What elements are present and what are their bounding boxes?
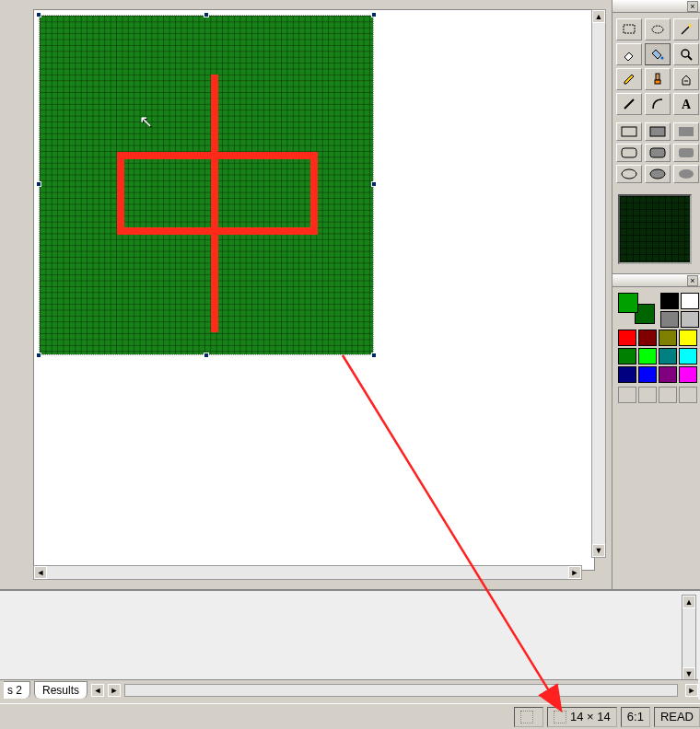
color-swatch[interactable] (618, 366, 636, 383)
clone-icon[interactable] (673, 68, 699, 90)
svg-line-10 (688, 56, 692, 60)
scroll-down-icon[interactable]: ▼ (592, 544, 605, 557)
palette-panel-header: × (612, 274, 700, 287)
resize-handle-bl[interactable] (36, 353, 41, 358)
resize-handle-tr[interactable] (371, 12, 377, 17)
roundrect-filled-icon[interactable] (645, 144, 671, 162)
color-swatch[interactable] (660, 293, 679, 309)
resize-handle-br[interactable] (371, 353, 377, 358)
tab-results[interactable]: Results (34, 681, 88, 699)
resize-handle-ml[interactable] (36, 181, 41, 187)
rect-select-icon[interactable] (616, 18, 642, 40)
tab-scroll-left-icon[interactable]: ◄ (91, 684, 104, 697)
svg-rect-20 (622, 148, 636, 157)
svg-point-1 (652, 26, 663, 33)
resize-handle-tc[interactable] (204, 12, 209, 17)
pixel-canvas[interactable]: ↖ (40, 16, 373, 354)
foreground-background-selector[interactable] (618, 293, 655, 324)
svg-rect-13 (655, 80, 660, 84)
custom-color-row (612, 383, 700, 407)
resize-handle-bc[interactable] (204, 353, 209, 358)
color-swatch[interactable] (659, 330, 677, 346)
color-swatch[interactable] (681, 311, 699, 328)
svg-point-24 (650, 169, 665, 179)
close-icon[interactable]: × (687, 1, 698, 12)
dimensions-icon (554, 711, 566, 723)
ellipse-solid-icon[interactable] (673, 165, 699, 183)
color-swatch[interactable] (681, 293, 699, 309)
color-swatch[interactable] (679, 330, 697, 346)
color-swatch[interactable] (679, 366, 697, 383)
color-swatch[interactable] (659, 348, 677, 364)
roundrect-solid-icon[interactable] (673, 144, 699, 162)
color-swatch[interactable] (638, 330, 657, 346)
color-swatch[interactable] (618, 330, 636, 346)
pencil-icon[interactable] (616, 68, 642, 90)
custom-color-slot[interactable] (618, 387, 636, 403)
status-zoom: 6:1 (621, 707, 650, 727)
svg-marker-6 (624, 52, 633, 61)
svg-marker-7 (652, 50, 661, 59)
editor-main-area: ↖ ▲ ▼ ◄ ► (0, 0, 608, 589)
custom-color-slot[interactable] (638, 387, 657, 403)
foreground-color-swatch[interactable] (618, 293, 638, 313)
line-icon[interactable] (616, 93, 642, 115)
canvas-horizontal-scrollbar[interactable]: ◄ ► (33, 565, 582, 580)
svg-rect-19 (679, 127, 694, 136)
close-icon[interactable]: × (687, 275, 698, 286)
curve-icon[interactable] (645, 93, 671, 115)
roundrect-outline-icon[interactable] (616, 144, 642, 162)
color-swatch[interactable] (679, 348, 697, 364)
wand-icon[interactable] (673, 18, 699, 40)
dimensions-value: 14 × 14 (570, 710, 611, 723)
svg-point-25 (679, 169, 694, 179)
svg-rect-22 (679, 148, 694, 157)
resize-handle-mr[interactable] (371, 181, 377, 187)
tab-partial[interactable]: s 2 (4, 681, 30, 699)
custom-color-slot[interactable] (659, 387, 677, 403)
color-swatch[interactable] (659, 366, 677, 383)
rect-filled-icon[interactable] (645, 122, 671, 141)
resize-handle-tl[interactable] (36, 12, 41, 17)
color-swatch[interactable] (638, 366, 657, 383)
tab-scrollbar[interactable] (124, 684, 678, 697)
tool-panel-header: × (612, 0, 700, 13)
fill-icon[interactable] (645, 43, 671, 65)
tab-scroll-end-icon[interactable]: ► (685, 684, 698, 697)
scroll-up-icon[interactable]: ▲ (682, 596, 695, 608)
rect-solid-icon[interactable] (673, 122, 699, 141)
cursor-icon: ↖ (139, 111, 153, 132)
color-swatch[interactable] (638, 348, 657, 364)
scroll-up-icon[interactable]: ▲ (592, 10, 605, 23)
zoom-icon[interactable] (673, 43, 699, 65)
svg-rect-17 (622, 127, 636, 136)
scroll-right-icon[interactable]: ► (568, 566, 581, 579)
custom-color-slot[interactable] (679, 387, 697, 403)
eraser-icon[interactable] (616, 43, 642, 65)
ellipse-outline-icon[interactable] (616, 165, 642, 183)
right-panel: × A × (612, 0, 700, 589)
rect-outline-icon[interactable] (616, 122, 642, 141)
text-icon[interactable]: A (673, 93, 699, 115)
position-icon (520, 711, 533, 723)
ellipse-filled-icon[interactable] (645, 165, 671, 183)
brush-icon[interactable] (645, 68, 671, 90)
preview-thumbnail (618, 194, 692, 264)
freeform-select-icon[interactable] (645, 18, 671, 40)
svg-point-8 (661, 57, 664, 60)
color-swatch[interactable] (618, 348, 636, 364)
tool-grid: A (612, 13, 700, 121)
output-vertical-scrollbar[interactable]: ▲ ▼ (682, 595, 696, 681)
svg-line-2 (682, 27, 689, 34)
scroll-down-icon[interactable]: ▼ (682, 667, 695, 680)
scroll-left-icon[interactable]: ◄ (34, 566, 47, 579)
output-tab-row: s 2 Results ◄ ► ► (0, 679, 698, 700)
tab-scroll-right-icon[interactable]: ► (108, 684, 121, 697)
status-position (514, 707, 543, 727)
canvas-viewport: ↖ (33, 9, 595, 571)
svg-line-15 (624, 99, 634, 109)
svg-text:A: A (682, 98, 692, 111)
canvas-vertical-scrollbar[interactable]: ▲ ▼ (591, 9, 606, 558)
status-dimensions: 14 × 14 (547, 707, 617, 727)
color-swatch[interactable] (660, 311, 679, 328)
